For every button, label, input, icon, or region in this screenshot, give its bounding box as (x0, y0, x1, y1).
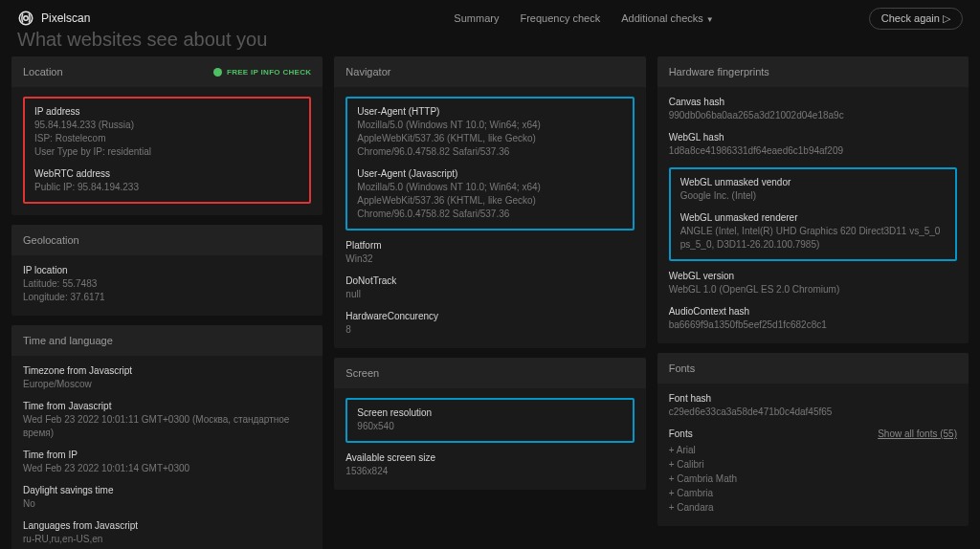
highlight-screen-res: Screen resolution960x540 (345, 398, 634, 443)
brand-logo-icon (17, 10, 34, 27)
uvendor-label: WebGL unmasked vendor (680, 177, 946, 187)
column-1: Location FREE IP INFO CHECK IP address 9… (11, 56, 323, 549)
uajs-value: Mozilla/5.0 (Windows NT 10.0; Win64; x64… (357, 181, 622, 221)
audio-label: AudioContext hash (669, 306, 957, 317)
top-nav: Summary Frequency check Additional check… (454, 12, 713, 24)
res-label: Screen resolution (357, 407, 622, 418)
wglver-label: WebGL version (669, 271, 957, 281)
free-ip-badge[interactable]: FREE IP INFO CHECK (213, 68, 311, 77)
check-again-label: Check again (881, 12, 940, 24)
ip-label: IP address (34, 106, 300, 117)
item-webrtc: WebRTC address Public IP: 95.84.194.233 (34, 168, 300, 194)
panel-time: Time and language Timezone from Javascri… (11, 325, 323, 549)
wglhash-value: 1d8a8ce41986331df64eaed6c1b94af209 (669, 144, 957, 158)
free-ip-badge-text: FREE IP INFO CHECK (227, 68, 311, 77)
panel-navigator-title: Navigator (345, 66, 390, 77)
panel-hardware-title: Hardware fingerprints (669, 66, 769, 77)
fonts-list-label: Fonts Show all fonts (55) (669, 428, 957, 439)
uahttp-label: User-Agent (HTTP) (357, 106, 622, 117)
panel-fonts-header: Fonts (657, 353, 969, 384)
fonthash-label: Font hash (669, 393, 957, 404)
panel-screen-header: Screen (334, 358, 645, 388)
uvendor-value: Google Inc. (Intel) (680, 189, 946, 203)
check-again-button[interactable]: Check again ▷ (869, 8, 963, 30)
column-2: Navigator User-Agent (HTTP)Mozilla/5.0 (… (334, 56, 645, 549)
lng-value: Longitude: 37.6171 (23, 291, 311, 304)
webrtc-value: Public IP: 95.84.194.233 (34, 181, 300, 194)
nav-summary[interactable]: Summary (454, 12, 499, 24)
panel-fonts: Fonts Font hashc29ed6e33ca3a58de471b0c4d… (657, 353, 969, 526)
langjs-value: ru-RU,ru,en-US,en (23, 533, 311, 546)
main-grid: Location FREE IP INFO CHECK IP address 9… (0, 56, 980, 549)
dnt-label: DoNotTrack (345, 275, 634, 286)
panel-fonts-title: Fonts (669, 362, 696, 374)
tzjs-value: Europe/Moscow (23, 378, 311, 391)
panel-navigator-header: Navigator (334, 56, 645, 87)
dnt-value: null (345, 288, 634, 301)
usertype-value: User Type by IP: residential (34, 145, 300, 159)
column-3: Hardware fingerprints Canvas hash990db0o… (657, 56, 969, 549)
nav-additional-label: Additional checks (621, 12, 703, 24)
panel-geolocation-title: Geolocation (23, 234, 79, 246)
wglhash-label: WebGL hash (669, 132, 957, 143)
avail-value: 1536x824 (345, 465, 634, 478)
item-ip-address: IP address 95.84.194.233 (Russia) ISP: R… (34, 106, 300, 159)
highlight-useragent: User-Agent (HTTP)Mozilla/5.0 (Windows NT… (345, 97, 634, 231)
panel-location-title: Location (23, 66, 63, 77)
canvas-label: Canvas hash (669, 97, 957, 107)
highlight-webgl-unmasked: WebGL unmasked vendorGoogle Inc. (Intel)… (669, 167, 957, 261)
dst-label: Daylight savings time (23, 485, 311, 495)
tzjs-label: Timezone from Javascript (23, 365, 311, 376)
iploc-label: IP location (23, 265, 311, 275)
panel-hardware-header: Hardware fingerprints (657, 56, 969, 87)
chevron-down-icon: ▼ (706, 15, 714, 24)
hwc-label: HardwareConcurency (345, 311, 634, 321)
svg-point-1 (24, 16, 29, 21)
tjs-value: Wed Feb 23 2022 10:01:11 GMT+0300 (Москв… (23, 413, 311, 440)
urenderer-label: WebGL unmasked renderer (680, 212, 946, 223)
lat-value: Latitude: 55.7483 (23, 277, 311, 291)
panel-hardware: Hardware fingerprints Canvas hash990db0o… (657, 56, 969, 343)
panel-navigator: Navigator User-Agent (HTTP)Mozilla/5.0 (… (334, 56, 645, 348)
tjs-label: Time from Javascript (23, 401, 311, 411)
res-value: 960x540 (357, 420, 622, 433)
fonts-list: + Arial+ Calibri+ Cambria Math+ Cambria+… (669, 443, 957, 515)
brand: Pixelscan (17, 10, 90, 27)
urenderer-value: ANGLE (Intel, Intel(R) UHD Graphics 620 … (680, 225, 946, 252)
panel-screen-title: Screen (345, 367, 379, 379)
hwc-value: 8 (345, 323, 634, 337)
panel-time-title: Time and language (23, 335, 113, 346)
show-all-fonts-link[interactable]: Show all fonts (55) (878, 428, 957, 439)
fonthash-value: c29ed6e33ca3a58de471b0c4daf45f65 (669, 406, 957, 419)
isp-value: ISP: Rostelecom (34, 132, 300, 145)
panel-location: Location FREE IP INFO CHECK IP address 9… (11, 56, 323, 215)
panel-geolocation-header: Geolocation (11, 225, 323, 255)
panel-time-header: Time and language (11, 325, 323, 356)
brand-name: Pixelscan (41, 11, 90, 25)
webrtc-label: WebRTC address (34, 168, 300, 179)
uahttp-value: Mozilla/5.0 (Windows NT 10.0; Win64; x64… (357, 119, 622, 159)
nav-frequency[interactable]: Frequency check (520, 12, 600, 24)
tip-label: Time from IP (23, 450, 311, 460)
page-title: What websites see about you (0, 29, 980, 56)
avail-label: Available screen size (345, 452, 634, 463)
langjs-label: Languages from Javascript (23, 520, 311, 531)
dst-value: No (23, 497, 311, 511)
wglver-value: WebGL 1.0 (OpenGL ES 2.0 Chromium) (669, 283, 957, 296)
uajs-label: User-Agent (Javascript) (357, 168, 622, 179)
panel-geolocation: Geolocation IP location Latitude: 55.748… (11, 225, 323, 316)
platform-value: Win32 (345, 253, 634, 266)
audio-value: ba6669f9a1350fb5eef25d1fc682c8c1 (669, 318, 957, 332)
tip-value: Wed Feb 23 2022 10:01:14 GMT+0300 (23, 462, 311, 475)
item-ip-location: IP location Latitude: 55.7483 Longitude:… (23, 265, 311, 304)
panel-location-header: Location FREE IP INFO CHECK (11, 56, 323, 87)
highlight-location: IP address 95.84.194.233 (Russia) ISP: R… (23, 97, 311, 204)
nav-additional[interactable]: Additional checks▼ (621, 12, 714, 24)
ip-value: 95.84.194.233 (Russia) (34, 119, 300, 132)
platform-label: Platform (345, 240, 634, 251)
canvas-value: 990db0o6ba0aa265a3d21002d04e18a9c (669, 109, 957, 122)
panel-screen: Screen Screen resolution960x540 Availabl… (334, 358, 645, 490)
check-circle-icon (213, 68, 222, 77)
